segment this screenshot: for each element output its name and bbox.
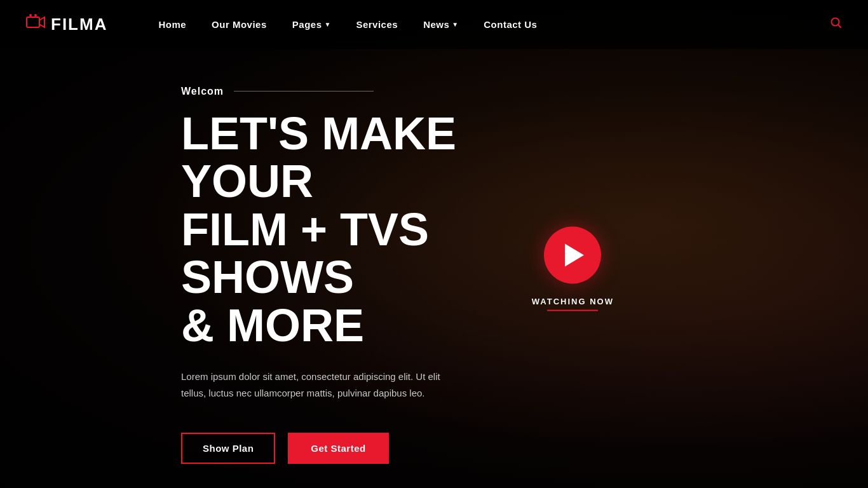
- nav-link-movies[interactable]: Our Movies: [212, 19, 267, 30]
- get-started-button[interactable]: Get Started: [288, 433, 388, 464]
- chevron-down-icon: ▼: [325, 21, 331, 28]
- nav-link-contact[interactable]: Contact Us: [484, 19, 537, 30]
- nav-link-home[interactable]: Home: [158, 19, 186, 30]
- hero-title: LET'S MAKE YOUR FILM + TVS SHOWS & MORE: [181, 110, 473, 350]
- nav-item-contact[interactable]: Contact Us: [484, 19, 537, 30]
- welcome-label: Welcom: [181, 86, 868, 97]
- welcome-text: Welcom: [181, 86, 224, 97]
- chevron-down-icon-news: ▼: [452, 21, 458, 28]
- welcome-divider: [234, 91, 374, 92]
- navbar: FILMA Home Our Movies Pages ▼ Services N…: [0, 0, 868, 49]
- play-button[interactable]: [544, 226, 601, 283]
- nav-link-pages[interactable]: Pages: [292, 19, 322, 30]
- logo-link[interactable]: FILMA: [25, 13, 107, 36]
- hero-description: Lorem ipsum dolor sit amet, consectetur …: [181, 369, 454, 401]
- watching-now-underline: [547, 309, 598, 311]
- play-icon: [565, 243, 584, 266]
- search-button[interactable]: [830, 17, 843, 32]
- nav-link-news[interactable]: News: [423, 19, 449, 30]
- watch-now-container: WATCHING NOW: [532, 226, 614, 311]
- nav-item-home[interactable]: Home: [158, 19, 186, 30]
- nav-item-pages[interactable]: Pages ▼: [292, 19, 331, 30]
- hero-section: Welcom LET'S MAKE YOUR FILM + TVS SHOWS …: [0, 49, 868, 488]
- hero-buttons: Show Plan Get Started: [181, 433, 868, 464]
- nav-link-services[interactable]: Services: [356, 19, 398, 30]
- watching-now-label: WATCHING NOW: [532, 296, 614, 311]
- watching-now-text: WATCHING NOW: [532, 296, 614, 306]
- nav-item-services[interactable]: Services: [356, 19, 398, 30]
- logo-text: FILMA: [51, 15, 107, 34]
- svg-rect-0: [27, 17, 39, 27]
- show-plan-button[interactable]: Show Plan: [181, 433, 275, 464]
- nav-menu: Home Our Movies Pages ▼ Services News ▼ …: [158, 19, 830, 30]
- nav-item-movies[interactable]: Our Movies: [212, 19, 267, 30]
- logo-icon: [25, 13, 46, 36]
- nav-item-news[interactable]: News ▼: [423, 19, 458, 30]
